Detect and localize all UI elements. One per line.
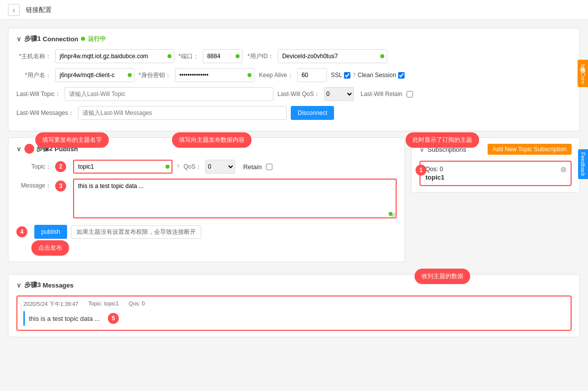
port-label: *端口： [178, 52, 199, 61]
ssl-label: SSL [331, 72, 342, 79]
msg-bar [23, 311, 25, 326]
back-button[interactable]: ‹ [8, 4, 20, 16]
host-input-wrapper [55, 49, 174, 63]
username-status-dot [128, 73, 132, 77]
ssl-area: SSL ? Clean Session [331, 72, 405, 79]
back-icon: ‹ [13, 6, 15, 14]
topic-row: Topic： 2 ? QoS： 012 Retain [16, 160, 397, 174]
step2-sublabel: Publish [55, 145, 78, 153]
message-label: Message： [16, 182, 51, 190]
step2-toggle[interactable]: ∨ [16, 145, 21, 153]
keepalive-input[interactable] [297, 68, 327, 82]
host-status-dot [168, 54, 171, 58]
clean-session-label: Clean Session [357, 72, 396, 79]
page-title: 链接配置 [26, 5, 52, 14]
sub-topic: topic1 [425, 174, 566, 181]
step2-badge-message: 3 [55, 181, 66, 192]
message-status-dot [389, 212, 393, 216]
step3-toggle[interactable]: ∨ [16, 282, 21, 289]
topic-help-icon[interactable]: ? [176, 164, 179, 170]
topic-status-dot [166, 165, 169, 169]
username-input-wrapper [55, 68, 135, 82]
subscription-item: 1 Qos: 0 topic1 ⊗ [420, 161, 572, 186]
sub-toggle[interactable]: ∨ [420, 146, 424, 153]
username-label: *用户名： [16, 71, 51, 80]
step2-label: 步骤2 [36, 144, 53, 153]
username-input[interactable] [55, 68, 135, 82]
step2-badge-publish: 4 [16, 226, 27, 237]
host-label: *主机名称： [16, 52, 51, 61]
subscriptions-label: Subscriptions [427, 146, 466, 153]
sub-close-button[interactable]: ⊗ [560, 165, 567, 174]
publish-hint: 如果主题没有设置发布权限，会导致连接断开 [71, 225, 201, 239]
lwt-qos-select[interactable]: 012 [324, 87, 354, 101]
lwt-qos-label: Last-Will QoS： [277, 90, 320, 98]
message-wrapper: this is a test topic data ... [73, 179, 397, 220]
lwt-topic-label: Last-Will Topic： [16, 90, 61, 98]
feedback-badge[interactable]: Feedback [578, 149, 588, 179]
msg-content: this is a test topic data ... [29, 315, 100, 322]
message-item: 2020/5/24 下午1:39:47 Topic: topic1 Qos: 0… [16, 295, 572, 331]
step2-row: 填写要发布的主题名字 填写向主题发布数据内容 此时显示了订阅的主题 ∨ 步骤2 … [8, 137, 580, 268]
disconnect-button[interactable]: Disconnect [291, 106, 334, 120]
lwt-topic-input[interactable] [65, 87, 273, 101]
clean-session-checkbox[interactable] [398, 72, 405, 79]
port-status-dot [236, 54, 240, 58]
msg-topic: Topic: topic1 [88, 300, 119, 308]
iot-core-badge[interactable]: 体验 IoTCore [578, 60, 588, 87]
msg-time: 2020/5/24 下午1:39:47 [23, 300, 79, 308]
step2-number [24, 144, 34, 154]
step1-sublabel: Connection [43, 35, 79, 43]
sub-qos: Qos: 0 [425, 166, 566, 173]
password-status-dot [248, 73, 252, 77]
step2-badge-topic: 2 [55, 161, 66, 172]
password-input-wrapper [175, 68, 254, 82]
step3-badge-5: 5 [108, 313, 119, 324]
lwt-retain-checkbox[interactable] [407, 91, 413, 98]
subscriptions-header: ∨ Subscriptions Add New Topic Subscripti… [420, 144, 572, 155]
userid-status-dot [380, 54, 384, 58]
qos-label: QoS： [183, 163, 201, 171]
message-textarea[interactable]: this is a test topic data ... [73, 179, 397, 218]
add-subscription-button[interactable]: Add New Topic Subscription [488, 144, 572, 155]
lwt-msg-label: Last-Will Messages： [16, 109, 74, 117]
status-indicator [81, 37, 85, 41]
topic-input-wrapper [73, 160, 172, 174]
topic-label: Topic： [16, 163, 51, 171]
userid-label: *用户ID： [247, 52, 274, 61]
status-text: 运行中 [88, 35, 106, 43]
keepalive-label: Keep Alive： [258, 71, 293, 80]
step3-label: 步骤3 [24, 281, 41, 290]
annotation-4: 点击发布 [31, 240, 69, 256]
subscriptions-section: ∨ Subscriptions Add New Topic Subscripti… [411, 137, 580, 193]
retain-label: Retain [243, 163, 262, 171]
publish-button[interactable]: publish [34, 225, 67, 239]
step1-section: ∨ 步骤1 Connection 运行中 *主机名称： *端口： *用户ID： [8, 28, 580, 131]
topic-input[interactable] [73, 160, 172, 174]
password-label: *身份密钥： [139, 71, 171, 80]
password-input[interactable] [175, 68, 254, 82]
message-body: this is a test topic data ... 5 [23, 311, 565, 326]
lwt-msg-input[interactable] [78, 106, 287, 120]
step3-sublabel: Messages [43, 282, 74, 289]
ssl-checkbox[interactable] [344, 72, 350, 79]
msg-qos: Qos: 0 [129, 300, 145, 308]
step1-toggle[interactable]: ∨ [16, 35, 21, 43]
userid-input[interactable] [278, 49, 387, 63]
step1-label: 步骤1 [24, 34, 41, 43]
lwt-retain-label: Last-Will Retain [358, 91, 403, 98]
step2-section: ∨ 步骤2 Publish Topic： 2 ? QoS： 012 [8, 137, 405, 262]
publish-row: 4 publish 如果主题没有设置发布权限，会导致连接断开 [16, 225, 397, 239]
sub-badge-1: 1 [416, 165, 426, 176]
port-input-wrapper [203, 49, 243, 63]
message-row: Message： 3 this is a test topic data ... [16, 179, 397, 220]
userid-input-wrapper [278, 49, 387, 63]
message-meta: 2020/5/24 下午1:39:47 Topic: topic1 Qos: 0 [23, 300, 565, 308]
step3-section: 收到主题的数据 ∨ 步骤3 Messages 2020/5/24 下午1:39:… [8, 274, 580, 337]
host-input[interactable] [55, 49, 174, 63]
qos-select[interactable]: 012 [205, 160, 235, 174]
retain-checkbox[interactable] [266, 164, 272, 170]
